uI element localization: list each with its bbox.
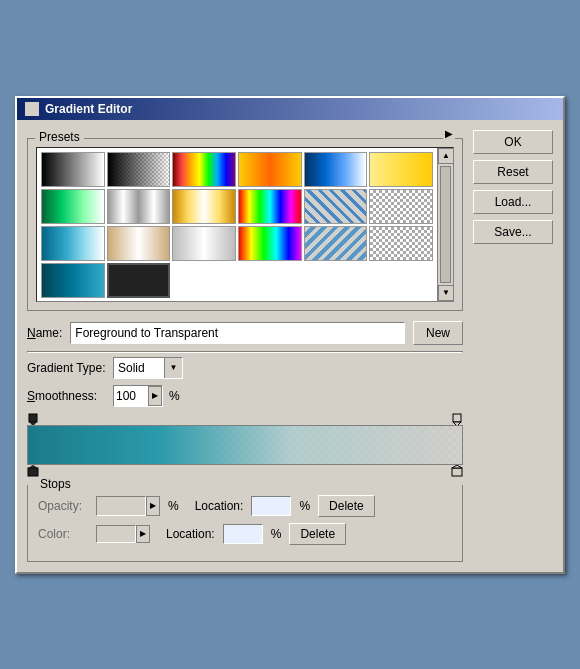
opacity-location-unit: % (299, 499, 310, 513)
preset-item[interactable] (107, 226, 171, 261)
name-row: Name: New (27, 321, 463, 345)
smoothness-label: Smoothness: (27, 389, 107, 403)
color-stop-right[interactable] (451, 465, 463, 477)
right-panel: OK Reset Load... Save... (473, 130, 553, 562)
name-label: Name: (27, 326, 62, 340)
opacity-input[interactable] (96, 496, 146, 516)
gradient-editor-dialog: Gradient Editor Presets ▶ (15, 96, 565, 574)
preset-item[interactable] (238, 152, 302, 187)
gradient-options: Gradient Type: Solid ▼ Smoothness: 100 ▶… (27, 357, 463, 407)
gradient-overlay (28, 426, 462, 464)
preset-item[interactable] (41, 226, 105, 261)
preset-item[interactable] (369, 152, 433, 187)
presets-label: Presets (35, 130, 84, 144)
svg-marker-7 (452, 465, 462, 468)
color-swatch[interactable] (96, 525, 136, 543)
preset-item[interactable] (238, 189, 302, 224)
scrollbar-thumb[interactable] (440, 166, 451, 283)
opacity-unit: % (168, 499, 179, 513)
smoothness-row: Smoothness: 100 ▶ % (27, 385, 463, 407)
gradient-type-row: Gradient Type: Solid ▼ (27, 357, 463, 379)
opacity-delete-button[interactable]: Delete (318, 495, 375, 517)
gradient-type-select[interactable]: Solid ▼ (113, 357, 183, 379)
smoothness-unit: % (169, 389, 180, 403)
expand-arrow[interactable]: ▶ (443, 128, 455, 139)
preset-item[interactable] (107, 189, 171, 224)
ok-button[interactable]: OK (473, 130, 553, 154)
left-panel: Presets ▶ (27, 130, 463, 562)
opacity-spin[interactable]: ▶ (146, 496, 160, 516)
smoothness-spin[interactable]: ▶ (148, 386, 162, 406)
title-bar: Gradient Editor (17, 98, 563, 120)
presets-section: Presets ▶ (27, 138, 463, 311)
color-delete-button[interactable]: Delete (289, 523, 346, 545)
stops-group-label: Stops (36, 477, 75, 491)
svg-marker-5 (28, 465, 38, 468)
gradient-type-value: Solid (118, 361, 162, 375)
color-location-unit: % (271, 527, 282, 541)
opacity-label: Opacity: (38, 499, 88, 513)
preset-item[interactable] (107, 263, 171, 298)
new-button[interactable]: New (413, 321, 463, 345)
name-input[interactable] (70, 322, 405, 344)
presets-scrollbar[interactable]: ▲ ▼ (437, 148, 453, 301)
svg-rect-2 (453, 414, 461, 422)
gradient-type-dropdown-arrow: ▼ (170, 363, 178, 372)
color-label: Color: (38, 527, 88, 541)
load-button[interactable]: Load... (473, 190, 553, 214)
preset-item[interactable] (172, 152, 236, 187)
stop-arrows-top (27, 413, 463, 425)
preset-item[interactable] (304, 189, 368, 224)
color-stop-left[interactable] (27, 465, 39, 477)
preset-item[interactable] (172, 226, 236, 261)
color-location-label: Location: (166, 527, 215, 541)
preset-item[interactable] (304, 226, 368, 261)
preset-item[interactable] (304, 152, 368, 187)
opacity-stop-right[interactable] (451, 413, 463, 425)
preset-item[interactable] (238, 226, 302, 261)
dialog-icon (25, 102, 39, 116)
presets-area: ▲ ▼ (36, 147, 454, 302)
dialog-title: Gradient Editor (45, 102, 132, 116)
svg-rect-6 (452, 468, 462, 476)
color-row: Color: ▶ Location: % Delete (38, 523, 452, 545)
color-arrow[interactable]: ▶ (136, 525, 150, 543)
stop-arrows-bottom (27, 465, 463, 477)
opacity-stop-left[interactable] (27, 413, 39, 425)
color-location-input[interactable] (223, 524, 263, 544)
preset-item[interactable] (369, 226, 433, 261)
scroll-up-arrow[interactable]: ▲ (438, 148, 454, 164)
preset-item[interactable] (41, 189, 105, 224)
preset-item[interactable] (107, 152, 171, 187)
dialog-body: Presets ▶ (17, 120, 563, 572)
scroll-down-arrow[interactable]: ▼ (438, 285, 454, 301)
gradient-type-label: Gradient Type: (27, 361, 107, 375)
preset-item[interactable] (41, 263, 105, 298)
smoothness-value: 100 (114, 389, 148, 403)
preset-item[interactable] (41, 152, 105, 187)
save-button[interactable]: Save... (473, 220, 553, 244)
svg-rect-0 (29, 414, 37, 422)
presets-border: ▲ ▼ (27, 138, 463, 311)
svg-rect-4 (28, 468, 38, 476)
reset-button[interactable]: Reset (473, 160, 553, 184)
preset-item[interactable] (369, 189, 433, 224)
opacity-location-label: Location: (195, 499, 244, 513)
gradient-bar[interactable] (27, 425, 463, 465)
stops-group: Stops Opacity: ▶ % Location: % Delete (27, 485, 463, 562)
preset-item[interactable] (172, 189, 236, 224)
gradient-bar-container (27, 413, 463, 477)
opacity-row: Opacity: ▶ % Location: % Delete (38, 495, 452, 517)
opacity-location-input[interactable] (251, 496, 291, 516)
presets-grid (37, 148, 437, 301)
